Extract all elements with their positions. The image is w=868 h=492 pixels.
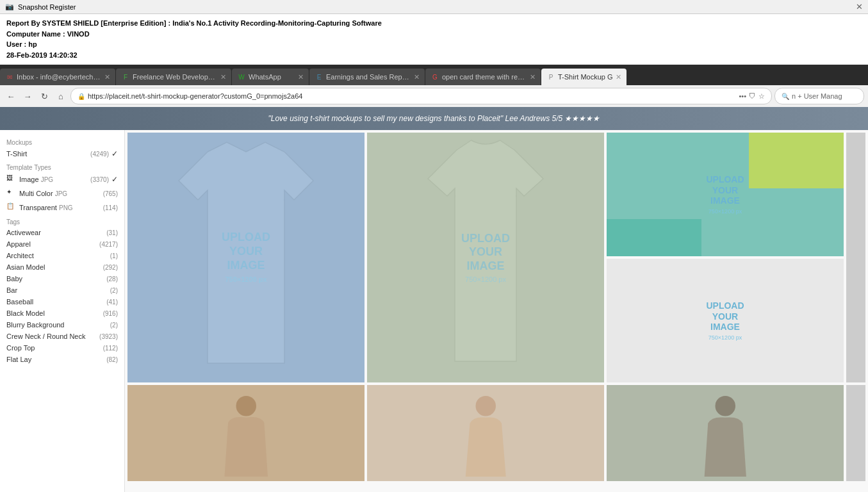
tab-tab2[interactable]: FFreelance Web Development✕ (116, 69, 231, 85)
sidebar-item-label: Bar (6, 286, 109, 294)
svg-point-2 (715, 396, 735, 416)
report-line2: Computer Name : VINOD (6, 29, 862, 40)
tab-label: T-Shirt Mockup G (558, 73, 613, 81)
gallery-item-3b[interactable]: UPLOADYOURIMAGE 750×1200 px (607, 259, 844, 382)
sidebar-item-label: T-Shirt (6, 150, 89, 158)
lock-icon: 🔒 (78, 93, 85, 100)
more-options-icon[interactable]: ••• (739, 92, 746, 100)
sidebar-item-count: (916) (103, 310, 118, 317)
sidebar-item-count: (1) (110, 252, 118, 259)
sidebar-item-count: (3923) (99, 333, 118, 340)
tabs-bar: ✉Inbox - info@ecybertech.com✕FFreelance … (0, 65, 868, 85)
check-icon: ✓ (111, 175, 118, 184)
title-bar: 📷 Snapshot Register ✕ (0, 0, 868, 14)
sidebar-tag-apparel[interactable]: Apparel(4217) (0, 238, 124, 250)
url-bar[interactable]: 🔒 https://placeit.net/t-shirt-mockup-gen… (70, 88, 772, 104)
check-icon: ✓ (111, 149, 118, 158)
home-button[interactable]: ⌂ (54, 89, 68, 103)
sidebar-item-label: Transparent PNG (19, 204, 102, 211)
sidebar-item-count: (4249) (90, 151, 109, 158)
reload-button[interactable]: ↻ (37, 89, 51, 103)
sidebar-item-count: (82) (106, 356, 118, 363)
tab-close-icon[interactable]: ✕ (104, 73, 110, 81)
sidebar-item-label: Apparel (6, 240, 98, 248)
report-line3: User : hp (6, 39, 862, 50)
gallery-item-3a[interactable]: UPLOADYOURIMAGE 750×1200 px (607, 133, 844, 256)
title-bar-label: Snapshot Register (18, 3, 76, 11)
svg-point-0 (236, 396, 256, 416)
gallery-item-6[interactable] (607, 385, 844, 481)
sidebar-tag-asian-model[interactable]: Asian Model(292) (0, 261, 124, 273)
sidebar-item-count: (3370) (90, 176, 109, 183)
gallery-item-4[interactable] (127, 385, 364, 481)
sidebar-tag-bar[interactable]: Bar(2) (0, 284, 124, 296)
tab-tab6[interactable]: PT-Shirt Mockup G✕ (541, 69, 626, 85)
report-header: Report By SYSTEM SHIELD [Enterprise Edit… (0, 14, 868, 65)
search-icon: 🔍 (782, 93, 789, 100)
back-button[interactable]: ← (4, 89, 18, 103)
sidebar-template-transparent[interactable]: 📋Transparent PNG(114) (0, 201, 124, 215)
tab-label: WhatsApp (249, 73, 295, 81)
tab-close-icon[interactable]: ✕ (220, 73, 226, 81)
sidebar-item-label: Blurry Background (6, 321, 109, 329)
gallery-item-edge2[interactable] (846, 385, 865, 481)
sidebar-item-label: Baby (6, 275, 105, 283)
sidebar-tag-flat-lay[interactable]: Flat Lay(82) (0, 354, 124, 365)
gallery-item-2[interactable]: UPLOADYOURIMAGE 750×1200 px (367, 133, 604, 382)
gallery-item-5[interactable] (367, 385, 604, 481)
sidebar: MockupsT-Shirt(4249)✓Template Types🖼Imag… (0, 130, 125, 492)
quote-bar: "Love using t-shirt mockups to sell my n… (0, 107, 868, 130)
search-text: n + User Manag (792, 92, 842, 100)
tab-close-icon[interactable]: ✕ (530, 73, 536, 81)
tab-favicon: F (121, 72, 130, 81)
sidebar-item-label: Asian Model (6, 263, 102, 271)
quote-text: "Love using t-shirt mockups to sell my n… (268, 114, 600, 123)
browser-chrome: ✉Inbox - info@ecybertech.com✕FFreelance … (0, 65, 868, 107)
sidebar-item-count: (114) (103, 204, 118, 211)
sidebar-item-count: (2) (110, 322, 118, 329)
sidebar-item-label: Flat Lay (6, 356, 105, 363)
sidebar-section-mockups: Mockups (0, 135, 124, 147)
svg-point-1 (475, 396, 496, 416)
star-icon[interactable]: ☆ (758, 92, 765, 101)
sidebar-tag-blurry-background[interactable]: Blurry Background(2) (0, 319, 124, 331)
close-icon[interactable]: ✕ (856, 2, 863, 12)
sidebar-item-label: Activewear (6, 229, 105, 236)
tab-close-icon[interactable]: ✕ (298, 73, 304, 81)
tab-close-icon[interactable]: ✕ (616, 73, 621, 81)
sidebar-item-label: Black Model (6, 309, 102, 317)
sidebar-tag-baseball[interactable]: Baseball(41) (0, 296, 124, 308)
sidebar-mockup-t-shirt[interactable]: T-Shirt(4249)✓ (0, 147, 124, 160)
tab-favicon: W (237, 72, 246, 81)
search-bar[interactable]: 🔍 n + User Manag (774, 88, 864, 104)
sidebar-item-count: (4217) (99, 241, 118, 248)
sidebar-tag-black-model[interactable]: Black Model(916) (0, 308, 124, 319)
bookmark-icon[interactable]: ⛉ (749, 92, 756, 100)
tab-tab5[interactable]: Gopen card theme with resale✕ (425, 69, 541, 85)
report-line1: Report By SYSTEM SHIELD [Enterprise Edit… (6, 18, 862, 29)
sidebar-tag-architect[interactable]: Architect(1) (0, 250, 124, 261)
sidebar-item-count: (28) (106, 275, 118, 283)
gallery-item-edge[interactable] (846, 133, 865, 382)
sidebar-item-label: Crop Top (6, 344, 102, 352)
tab-close-icon[interactable]: ✕ (414, 73, 420, 81)
template-icon: 🖼 (6, 174, 17, 184)
tab-tab1[interactable]: ✉Inbox - info@ecybertech.com✕ (0, 69, 115, 85)
tab-tab3[interactable]: WWhatsApp✕ (232, 69, 309, 85)
sidebar-item-count: (31) (106, 229, 118, 236)
gallery-item-1[interactable]: UPLOADYOURIMAGE 750×1200 px (127, 133, 364, 382)
sidebar-tag-crew-neck-round-neck[interactable]: Crew Neck / Round Neck(3923) (0, 331, 124, 342)
sidebar-template-image[interactable]: 🖼Image JPG(3370)✓ (0, 172, 124, 186)
tab-favicon: P (546, 72, 555, 81)
sidebar-item-count: (41) (106, 299, 118, 306)
sidebar-tag-activewear[interactable]: Activewear(31) (0, 227, 124, 238)
tab-label: Earnings and Sales Reports ‹ Syst (326, 73, 411, 81)
sidebar-tag-baby[interactable]: Baby(28) (0, 273, 124, 284)
sidebar-tag-crop-top[interactable]: Crop Top(112) (0, 342, 124, 354)
sidebar-template-multi-color[interactable]: ✦Multi Color JPG(765) (0, 186, 124, 201)
template-icon: 📋 (6, 202, 17, 213)
url-text: https://placeit.net/t-shirt-mockup-gener… (88, 92, 739, 100)
tab-tab4[interactable]: EEarnings and Sales Reports ‹ Syst✕ (309, 69, 425, 85)
url-actions: ••• ⛉ ☆ (739, 92, 765, 101)
forward-button[interactable]: → (20, 89, 35, 103)
